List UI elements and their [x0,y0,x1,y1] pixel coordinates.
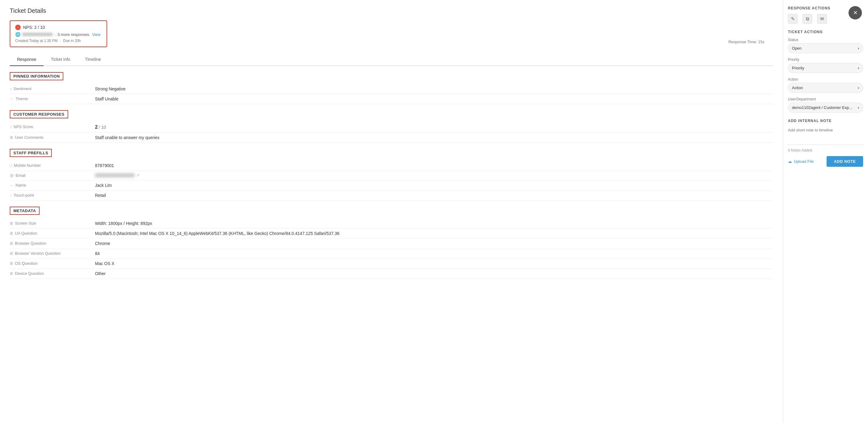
ua-label: UA Question [15,231,37,235]
staff-prefills-section: STAFF PREFILLS □ Mobile Number 87879001 … [10,143,773,200]
device-value: Other [95,271,773,276]
responses-text: · [55,32,56,37]
name-row: ← Name Jack Lim [10,181,773,191]
edit-icon: ✎ [791,16,795,22]
nps-score-icon: ↕ [10,125,12,129]
tab-response[interactable]: Response [10,53,43,66]
email-blurred-value [95,173,134,177]
customer-responses-header: CUSTOMER RESPONSES [10,110,68,118]
copy-icon: ⧉ [806,16,809,22]
email-button[interactable]: ✉ [817,14,827,24]
notes-count: 0 Notes Added. [788,148,863,153]
pinned-information-section: PINNED INFORMATION ↕ Sentiment Strong Ne… [10,66,773,104]
add-note-button[interactable]: ADD NOTE [827,156,863,167]
pinned-information-header: PINNED INFORMATION [10,72,63,80]
os-icon: ⊞ [10,261,13,266]
status-label: Status [788,38,863,42]
browser-label: Browser Question [15,241,46,246]
user-dept-label: User/Department [788,97,863,101]
note-textarea[interactable] [788,127,863,145]
ticket-actions-title: TICKET ACTIONS [788,30,863,34]
screen-size-icon: ⊞ [10,221,13,226]
email-action-icon: ✉ [820,16,824,22]
priority-label: Priority [788,58,863,62]
screen-size-value: Width: 1800px / Height: 892px [95,221,773,226]
status-select-wrapper: Open Closed Pending ▾ [788,43,863,53]
priority-select[interactable]: Priority High Medium Low [788,63,863,73]
browser-value: Chrome [95,241,773,246]
response-time: Response Time: 15s [728,39,765,44]
due-text: Due in 20h [63,39,81,43]
add-internal-note-section: ADD INTERNAL NOTE 0 Notes Added. ☁ Uploa… [788,119,863,167]
email-blurred [22,33,53,36]
touchpoint-row: ↑ Touch-point Retail [10,191,773,200]
upload-file-label: Upload File [794,159,814,164]
email-value: ↗ [95,173,773,177]
sentiment-value: Strong Negative [95,87,773,91]
priority-select-wrapper: Priority High Medium Low ▾ [788,63,863,73]
sentiment-label: Sentiment [14,87,32,91]
metadata-header: METADATA [10,207,39,215]
screen-size-row: ⊞ Screen Size Width: 1800px / Height: 89… [10,219,773,229]
user-dept-select[interactable]: demo1102agent / Customer Exp... [788,103,863,112]
status-select[interactable]: Open Closed Pending [788,43,863,53]
os-label: OS Question [15,261,37,266]
action-select[interactable]: Action Refund Escalate [788,83,863,93]
device-row: ⊞ Device Question Other [10,269,773,279]
globe-icon: 🌐 [15,32,21,37]
mobile-label: Mobile Number [14,163,41,168]
ua-value: Mozilla/5.0 (Macintosh; Intel Mac OS X 1… [95,231,773,236]
name-icon: ← [10,183,14,188]
device-icon: ⊞ [10,271,13,276]
copy-button[interactable]: ⧉ [803,14,812,24]
more-responses: 3 more responses. [58,32,90,37]
nps-score-label: NPS Score [14,125,33,129]
sentiment-icon: ↕ [10,87,12,91]
name-value: Jack Lim [95,183,773,188]
browser-version-row: ⊞ Browser Version Question 84 [10,249,773,259]
browser-version-value: 84 [95,251,773,256]
mobile-number-row: □ Mobile Number 87879001 [10,161,773,171]
theme-label: Theme [16,96,28,101]
browser-version-icon: ⊞ [10,251,13,256]
touchpoint-value: Retail [95,193,773,198]
close-icon: ✕ [853,9,858,16]
os-row: ⊞ OS Question Mac OS X [10,259,773,269]
tab-ticket-info[interactable]: Ticket Info [43,53,78,66]
device-label: Device Question [15,271,44,276]
mobile-value: 87879001 [95,163,773,168]
note-actions: ☁ Upload File ADD NOTE [788,156,863,167]
nps-icon [15,25,21,30]
external-link-icon[interactable]: ↗ [136,173,140,177]
edit-button[interactable]: ✎ [788,14,798,24]
user-comments-row: ⊞ User Comments Staff unable to answer m… [10,133,773,143]
view-link[interactable]: View [92,32,100,37]
name-label: Name [16,183,26,188]
theme-icon: ← [10,96,14,101]
user-dept-select-wrapper: demo1102agent / Customer Exp... ▾ [788,103,863,112]
top-card: NPS: 2 / 10 🌐 · 3 more responses. View C… [10,21,107,47]
screen-size-label: Screen Size [15,221,36,226]
nps-score: NPS: 2 / 10 [23,25,45,30]
page-title: Ticket Details [10,7,773,14]
tab-timeline[interactable]: Timeline [78,53,108,66]
upload-cloud-icon: ☁ [788,159,792,164]
staff-prefills-header: STAFF PREFILLS [10,149,52,157]
nps-score-row: ↕ NPS Score 2 / 10 [10,122,773,133]
user-comments-icon: ⊞ [10,135,13,140]
close-button[interactable]: ✕ [848,6,862,20]
upload-file-button[interactable]: ☁ Upload File [788,159,814,164]
mobile-icon: □ [10,163,12,168]
browser-version-label: Browser Version Question [15,251,61,256]
action-label: Action [788,77,863,82]
action-select-wrapper: Action Refund Escalate ▾ [788,83,863,93]
ua-row: ⊞ UA Question Mozilla/5.0 (Macintosh; In… [10,229,773,238]
tab-bar: Response Ticket Info Timeline [10,53,773,66]
email-icon: @ [10,173,14,178]
ua-icon: ⊞ [10,231,13,235]
browser-row: ⊞ Browser Question Chrome [10,238,773,249]
nps-score-value: 2 / 10 [95,125,773,130]
ticket-actions-section: TICKET ACTIONS Status Open Closed Pendin… [788,30,863,112]
email-row: @ Email ↗ [10,171,773,181]
email-label: Email [16,173,26,178]
